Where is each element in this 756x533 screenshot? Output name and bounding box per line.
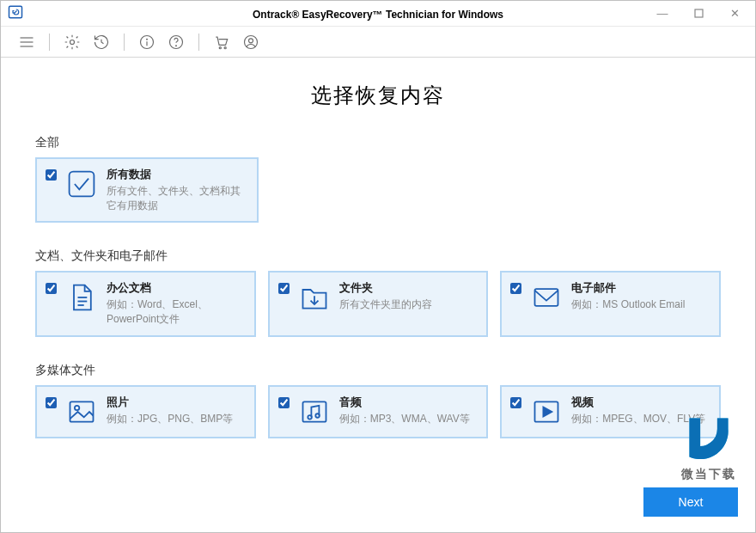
card-title: 文件夹 [339,281,432,296]
svg-point-12 [224,46,226,48]
card-email[interactable]: 电子邮件 例如：MS Outlook Email [500,271,721,336]
history-button[interactable] [91,32,112,52]
card-all-data[interactable]: 所有数据 所有文件、文件夹、文档和其它有用数据 [35,157,259,223]
checkmark-box-icon [65,168,98,200]
svg-rect-1 [695,9,703,17]
card-desc: 例如：Word、Excel、PowerPoint文件 [107,297,246,327]
account-button[interactable] [241,32,261,52]
titlebar-left [8,4,23,23]
card-folders[interactable]: 文件夹 所有文件夹里的内容 [268,271,489,336]
card-title: 视频 [571,395,705,410]
menu-button[interactable] [16,32,37,52]
minimize-button[interactable]: — [645,3,680,25]
window-title: Ontrack® EasyRecovery™ Technician for Wi… [253,9,503,21]
folder-download-icon [298,281,331,314]
help-button[interactable] [166,32,186,52]
app-icon [8,4,23,23]
card-audio[interactable]: 音频 例如：MP3、WMA、WAV等 [268,385,489,438]
card-desc: 例如：MS Outlook Email [571,297,685,312]
svg-rect-23 [302,401,326,421]
svg-point-14 [249,38,253,42]
section-title-docs: 文档、文件夹和电子邮件 [35,248,721,264]
card-video[interactable]: 视频 例如：MPEG、MOV、FLV等 [500,385,721,438]
maximize-button[interactable] [681,3,716,25]
card-photos[interactable]: 照片 例如：JPG、PNG、BMP等 [35,385,256,438]
window-controls: — ✕ [645,3,752,25]
next-button[interactable]: Next [643,487,738,517]
section-docs: 文档、文件夹和电子邮件 办公文档 例如：Word、Excel、PowerPoin… [35,248,721,336]
card-office-docs[interactable]: 办公文档 例如：Word、Excel、PowerPoint文件 [35,271,256,336]
section-all: 全部 所有数据 所有文件、文件夹、文档和其它有用数据 [35,135,721,223]
svg-point-11 [219,46,221,48]
info-button[interactable] [137,32,157,52]
svg-point-22 [75,406,79,410]
checkbox-email[interactable] [510,283,521,294]
content: 选择恢复内容 全部 所有数据 所有文件、文件夹、文档和其它有用数据 文档、文件夹… [1,58,755,438]
close-button[interactable]: ✕ [717,3,752,25]
svg-point-25 [315,414,320,418]
card-desc: 例如：JPG、PNG、BMP等 [107,412,233,426]
section-title-media: 多媒体文件 [35,363,721,378]
audio-icon [298,395,331,428]
card-desc: 例如：MPEG、MOV、FLV等 [571,412,705,426]
section-title-all: 全部 [35,135,721,150]
checkbox-folders[interactable] [278,283,290,294]
titlebar: Ontrack® EasyRecovery™ Technician for Wi… [1,1,755,27]
card-desc: 所有文件、文件夹、文档和其它有用数据 [107,184,248,213]
checkbox-audio[interactable] [278,397,290,408]
checkbox-video[interactable] [510,397,521,408]
svg-rect-20 [535,290,558,307]
card-desc: 所有文件夹里的内容 [339,297,432,312]
watermark-text: 微当下载 [681,467,736,482]
card-title: 照片 [107,395,233,410]
card-title: 音频 [339,395,470,410]
video-icon [530,395,563,428]
svg-point-24 [308,415,312,420]
card-title: 办公文档 [107,281,246,296]
checkbox-photos[interactable] [46,397,57,408]
svg-point-5 [70,40,75,44]
checkbox-all-data[interactable] [46,169,57,181]
cart-button[interactable] [211,32,232,52]
svg-marker-27 [544,407,552,417]
section-media: 多媒体文件 照片 例如：JPG、PNG、BMP等 音频 例如： [35,363,721,438]
svg-rect-15 [70,172,94,197]
card-title: 电子邮件 [571,281,685,296]
settings-button[interactable] [62,32,82,52]
checkbox-office[interactable] [46,283,57,294]
svg-point-8 [147,39,148,40]
photo-icon [65,395,98,428]
document-icon [65,281,98,314]
card-desc: 例如：MP3、WMA、WAV等 [339,412,470,426]
toolbar-separator [49,34,50,51]
toolbar [1,27,755,58]
toolbar-separator [198,34,199,51]
toolbar-separator [124,34,125,51]
card-title: 所有数据 [107,168,248,182]
email-icon [530,281,563,314]
page-title: 选择恢复内容 [35,82,721,109]
svg-point-10 [176,45,177,46]
